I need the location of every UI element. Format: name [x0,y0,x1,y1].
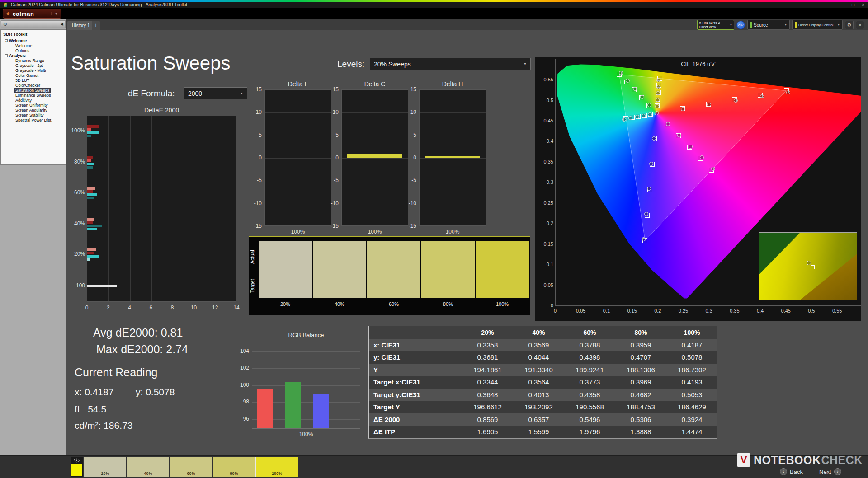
table-cell: 0.5496 [564,416,615,423]
source-dropdown[interactable]: Source ▼ [747,20,790,30]
saturation-swatch [313,241,366,298]
display-control-dropdown[interactable]: Direct Display Control ▼ [792,20,843,30]
sidebar-item-saturation-sweeps[interactable]: Saturation Sweeps [1,88,66,93]
sidebar-item-label: Additivity [14,98,33,103]
bottom-swatch-20[interactable]: 20% [84,457,126,477]
axis-tick-label: 0 [401,155,416,161]
table-cell: 0.5053 [666,391,717,398]
cie-measured-marker [647,187,651,191]
red-bar [257,389,273,428]
expander-icon[interactable]: - [5,39,8,42]
sidebar-item-dynamic-range[interactable]: Dynamic Range [1,58,66,63]
menu-bar: ◆ calman ▼ [0,8,868,19]
levels-value: 20% Sweeps [374,61,411,68]
cie-measured-marker [656,98,660,102]
sidebar-item-welcome[interactable]: Welcome [1,43,66,48]
saturation-swatch [476,241,529,298]
sidebar-header: ⊕ ◀ [1,20,66,28]
axis-tick-label: 0.1 [597,308,615,314]
meter-dropdown[interactable]: X-Rite i1Pro 2 Direct View ▼ [697,20,734,30]
bottom-swatch-40[interactable]: 40% [127,457,169,477]
bottom-swatch-100[interactable]: 100% [256,457,298,477]
sidebar-item-screen-uniformity[interactable]: Screen Uniformity [1,103,66,108]
sidebar-item-colorchecker[interactable]: ColorChecker [1,83,66,88]
sidebar-item-luminance-sweeps[interactable]: Luminance Sweeps [1,93,66,98]
close-button[interactable]: × [862,2,864,8]
cie-measured-marker [677,133,681,137]
chevron-down-icon: ▼ [837,23,840,26]
levels-dropdown[interactable]: 20% Sweeps ▼ [370,58,531,70]
sidebar-group[interactable]: -Analysis [1,53,66,58]
settings-gear-button[interactable]: ⚙ [845,21,854,29]
axis-tick-label: 0.35 [536,159,553,164]
chevron-down-icon: ▼ [240,92,243,95]
swatch-percent-label: 60% [367,301,420,307]
calman-menu-button[interactable]: ◆ calman ▼ [3,9,61,19]
cie-measured-marker [655,111,659,115]
gridline [420,112,486,113]
deltae-chart-title: DeltaE 2000 [87,107,236,114]
sidebar-item-grayscale-multi[interactable]: Grayscale - Multi [1,68,66,73]
collapse-sidebar-button[interactable]: ◀ [61,22,63,26]
axis-tick-label: 8 [165,305,179,311]
sidebar-item-options[interactable]: Options [1,48,66,53]
bar [87,248,96,251]
add-tab-button[interactable]: + [92,21,100,30]
minimize-button[interactable]: – [842,2,845,8]
axis-tick-label: 0.25 [536,200,553,206]
sidebar-item-3d-lut[interactable]: 3D LUT [1,78,66,83]
table-cell: 0.4044 [513,353,564,361]
table-cell: 0.3569 [513,341,564,349]
gridline [342,204,408,204]
bottom-swatch-80[interactable]: 80% [213,457,255,477]
next-button[interactable]: Next › [819,468,841,475]
bar [87,166,93,169]
panel-close-button[interactable]: × [856,21,864,29]
axis-tick-label: 0.55 [828,308,846,314]
axis-tick-label: 0.2 [536,220,553,226]
table-cell: 0.4013 [513,391,564,398]
rgb-chart: RGB Balance 100% 1041021009896 [232,332,368,442]
notebookcheck-logo-icon: V [737,453,750,467]
table-cell: 1.6905 [462,428,513,436]
gridline [420,136,486,136]
expander-icon[interactable]: - [5,54,8,57]
sidebar-item-label: Screen Uniformity [14,103,49,108]
table-row-label: ΔE 2000 [369,416,462,423]
gridline [265,181,331,181]
table-cell: 1.3888 [615,428,666,436]
table-cell: 0.3969 [615,378,666,386]
sidebar-group-label: Analysis [9,53,26,58]
axis-tick-label: 6 [144,305,158,311]
sidebar-item-screen-stability[interactable]: Screen Stability [1,113,66,118]
tab-history-1[interactable]: History 1 [67,21,94,30]
cie-measured-marker [647,103,651,107]
source-accent-bar [750,22,752,28]
results-table: 20%40%60%80%100%x: CIE310.33580.35690.37… [368,326,717,439]
maximize-button[interactable]: □ [852,2,854,8]
bottom-swatch-60[interactable]: 60% [170,457,212,477]
chevron-down-icon: ▼ [730,23,732,27]
sidebar-item-screen-angularity[interactable]: Screen Angularity [1,108,66,113]
cie-measured-marker [689,145,693,149]
bar [87,193,97,196]
gridline [252,385,360,386]
swatch-percent-label: 80% [421,301,475,307]
title-bar: Calman 2024 Calman Ultimate for Business… [0,2,868,8]
measurement-count-badge: 237 [736,21,745,29]
sidebar-item-color-gamut[interactable]: Color Gamut [1,73,66,78]
de-formula-dropdown[interactable]: 2000 ▼ [184,87,247,99]
watermark-text-2: CHECK [821,454,862,467]
bar [87,285,117,287]
chart-plot [264,89,331,226]
sidebar-item-spectral-power-dist-[interactable]: Spectral Power Dist. [1,118,66,123]
cie-measured-marker [642,114,646,118]
sidebar-group[interactable]: -Welcome [1,38,66,43]
back-button[interactable]: ‹ Back [780,468,803,475]
swatch-comparison-panel: Actual Target 20%40%60%80%100% [249,236,530,315]
sidebar-item-additivity[interactable]: Additivity [1,98,66,103]
table-row-label: Y [369,366,462,374]
bar [87,156,93,159]
sidebar-item-grayscale-2pt[interactable]: Grayscale - 2pt [1,63,66,68]
gridline [265,112,331,113]
